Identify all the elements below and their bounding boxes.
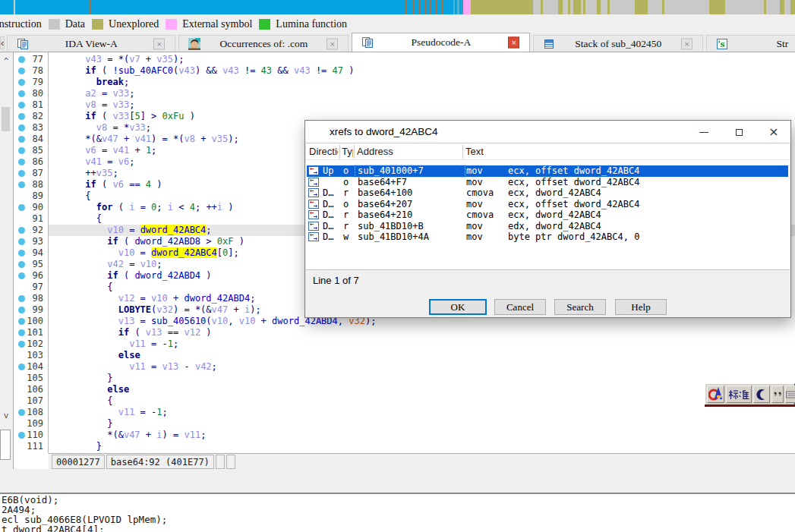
code-token: { xyxy=(52,282,112,292)
column-separator[interactable] xyxy=(339,145,340,159)
xref-row[interactable]: D…obase64+207movecx, offset dword_42ABC4 xyxy=(307,199,788,210)
tab-close-icon[interactable]: × xyxy=(681,38,692,49)
xref-row[interactable]: D…rbase64+100cmovaecx, dword_42ABC4 xyxy=(307,187,788,199)
code-token: = xyxy=(96,99,113,110)
navband-segment[interactable] xyxy=(790,0,795,14)
navband-segment[interactable] xyxy=(764,0,766,14)
cancel-button[interactable]: Cancel xyxy=(494,299,546,315)
navband-segment[interactable] xyxy=(662,0,664,14)
code-line-77[interactable]: v43 = *(v7 + v35); xyxy=(49,54,795,65)
code-line-101[interactable]: if ( v13 == v12 ) xyxy=(49,327,795,338)
navband-segment[interactable] xyxy=(709,0,725,14)
navband-segment[interactable] xyxy=(573,0,581,14)
code-line-104[interactable]: v11 = v13 - v42; xyxy=(49,361,795,373)
keyboard-icon[interactable] xyxy=(785,386,795,403)
scroll-down-icon[interactable]: v xyxy=(2,411,11,421)
line-number: 82 xyxy=(14,111,43,122)
navigator-band[interactable] xyxy=(0,0,795,14)
navband-segment[interactable] xyxy=(558,0,563,14)
navband-segment[interactable] xyxy=(780,0,784,14)
navband-segment[interactable] xyxy=(635,0,648,14)
navband-segment[interactable] xyxy=(471,0,533,14)
tab-ida-view-a[interactable]: IDA View-A× xyxy=(7,35,175,52)
navband-segment[interactable] xyxy=(607,0,610,14)
navband-segment[interactable] xyxy=(541,0,543,14)
tab-close-icon[interactable]: × xyxy=(327,38,338,49)
code-line-80[interactable]: a2 = v33; xyxy=(49,88,795,99)
code-line-108[interactable]: v11 = -1; xyxy=(49,407,795,418)
xref-row[interactable]: D…rsub_41BD10+Bmovedx, dword_42ABC4 xyxy=(307,221,788,232)
xref-row[interactable]: D…rbase64+210cmovaecx, dword_42ABC4 xyxy=(307,209,788,221)
column-header-type[interactable]: Type xyxy=(342,146,353,159)
navband-segment[interactable] xyxy=(453,0,455,14)
maximize-icon[interactable] xyxy=(728,121,749,143)
minimize-icon[interactable]: — xyxy=(693,121,715,143)
navband-segment[interactable] xyxy=(442,0,443,14)
navband-segment[interactable] xyxy=(461,0,462,14)
column-header-address[interactable]: Address xyxy=(357,146,462,159)
navband-segment[interactable] xyxy=(405,0,407,14)
help-button[interactable]: Help xyxy=(615,299,667,315)
navband-segment[interactable] xyxy=(90,0,91,14)
moon-icon[interactable] xyxy=(753,386,770,403)
code-line-107[interactable]: { xyxy=(49,395,795,407)
search-button[interactable]: Search xyxy=(554,299,606,315)
left-scrollbar[interactable]: ^ v xyxy=(0,52,12,469)
ime-mode-button[interactable] xyxy=(726,386,752,403)
code-token: { xyxy=(52,213,102,224)
code-text: v11 = -1; xyxy=(52,407,168,418)
punctuation-icon[interactable] xyxy=(771,386,784,403)
ime-logo-icon[interactable] xyxy=(707,386,724,403)
navband-segment[interactable] xyxy=(583,0,585,14)
scrollbar-thumb[interactable] xyxy=(2,107,10,131)
navband-segment[interactable] xyxy=(597,0,601,14)
dialog-title-bar[interactable]: xrefs to dword_42ABC4 — × xyxy=(305,121,790,143)
column-separator[interactable] xyxy=(462,145,463,159)
navband-segment[interactable] xyxy=(14,0,15,14)
code-line-103[interactable]: else xyxy=(49,350,795,361)
code-line-106[interactable]: else xyxy=(49,384,795,395)
xref-mnemonic: cmova xyxy=(466,187,494,198)
column-header-direction[interactable]: Direction xyxy=(309,146,338,159)
tab-scroll-left-icon[interactable]: ‹ xyxy=(0,36,5,49)
navband-segment[interactable] xyxy=(412,0,414,14)
code-line-102[interactable]: v11 = -1; xyxy=(49,338,795,350)
xref-row[interactable]: obase64+F7movecx, offset dword_42ABC4 xyxy=(307,177,788,188)
tab-occurrences-of-com[interactable]: Occurrences of: .com× xyxy=(178,35,349,52)
tab-close-icon[interactable]: × xyxy=(508,37,519,49)
navband-segment[interactable] xyxy=(463,0,471,14)
tab-close-icon[interactable]: × xyxy=(153,38,165,49)
code-token: v47 xyxy=(102,134,118,144)
close-icon[interactable]: × xyxy=(763,121,784,143)
legend-swatch xyxy=(92,19,103,30)
code-text: { xyxy=(52,395,112,407)
navband-segment[interactable] xyxy=(568,0,570,14)
code-token: i xyxy=(156,430,162,440)
code-line-109[interactable]: } xyxy=(49,418,795,430)
code-line-110[interactable]: *(&v47 + i) = v11; xyxy=(49,430,795,441)
column-separator[interactable] xyxy=(354,145,355,159)
navband-segment[interactable] xyxy=(424,0,426,14)
code-line-111[interactable]: } xyxy=(49,441,795,452)
code-line-81[interactable]: v8 = v33; xyxy=(49,99,795,111)
tab-str[interactable]: sStr xyxy=(706,35,795,52)
ok-button[interactable]: OK xyxy=(429,299,487,315)
tab-stack-of-sub-402450[interactable]: Stack of sub_402450× xyxy=(533,35,703,52)
code-token: v8 xyxy=(96,122,107,133)
xref-direction: D… xyxy=(323,199,333,209)
navband-segment[interactable] xyxy=(457,0,459,14)
xref-row[interactable]: D…wsub_41BD10+4Amovbyte ptr dword_42ABC4… xyxy=(307,231,788,243)
code-line-105[interactable]: } xyxy=(49,373,795,384)
navband-segment[interactable] xyxy=(430,0,431,14)
bottom-code-panel[interactable]: E6B(void);2A494;ecl sub_4066E8(LPVOID lp… xyxy=(0,494,795,532)
code-line-78[interactable]: if ( !sub_40AFC0(v43) && v43 != 43 && v4… xyxy=(49,65,795,77)
navband-segment[interactable] xyxy=(436,0,437,14)
line-number: 81 xyxy=(14,99,43,111)
navband-segment[interactable] xyxy=(418,0,420,14)
xref-row[interactable]: Uposub_401000+7movecx, offset dword_42AB… xyxy=(307,165,788,177)
column-header-text[interactable]: Text xyxy=(465,146,693,159)
tab-pseudocode-a[interactable]: Pseudocode-A× xyxy=(352,33,530,52)
xrefs-list-body: DirectionTypeAddressText Uposub_401000+7… xyxy=(306,143,790,270)
code-line-79[interactable]: break; xyxy=(49,77,795,88)
scroll-up-icon[interactable]: ^ xyxy=(2,56,11,67)
